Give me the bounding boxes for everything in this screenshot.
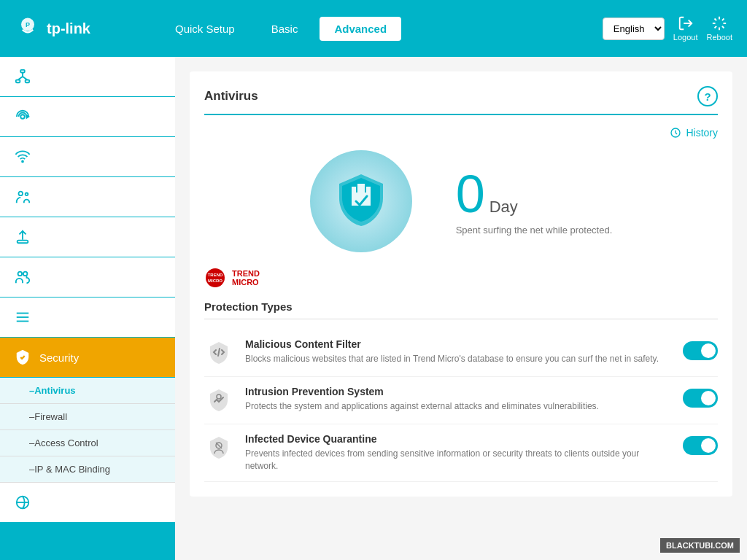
section-title: Protection Types xyxy=(204,300,718,319)
protection-item-quarantine: Infected Device Quarantine Prevents infe… xyxy=(204,424,718,482)
logo-area: P tp-link xyxy=(15,15,160,42)
svg-point-8 xyxy=(20,114,25,119)
ips-desc: Protects the system and applications aga… xyxy=(245,400,671,413)
tp-link-logo-icon: P xyxy=(15,15,41,42)
watermark: BLACKTUBI.COM xyxy=(660,538,740,553)
quarantine-info: Infected Device Quarantine Prevents infe… xyxy=(245,433,671,472)
trend-micro-icon: TREND MICRO xyxy=(204,267,226,289)
main-layout: Network Operation Mode Wireless Guest Ne… xyxy=(0,57,747,560)
sidebar-item-wireless[interactable]: Wireless xyxy=(0,137,175,176)
trend-micro-logo: TREND MICRO TREND MICRO xyxy=(204,267,718,289)
trend-text-2: MICRO xyxy=(232,278,260,287)
svg-point-13 xyxy=(23,272,27,276)
logo-text: tp-link xyxy=(47,20,90,37)
ips-info: Intrusion Prevention System Protects the… xyxy=(245,386,671,413)
reboot-button[interactable]: Reboot xyxy=(707,15,732,42)
sidebar-item-nat-forwarding[interactable]: NAT Forwarding xyxy=(0,483,175,522)
ips-icon xyxy=(204,386,233,415)
qos-icon xyxy=(15,309,31,325)
operation-mode-icon xyxy=(15,109,31,125)
page-title: Antivirus xyxy=(204,89,258,104)
svg-line-6 xyxy=(18,77,23,80)
malicious-filter-toggle[interactable] xyxy=(683,341,718,360)
sidebar-item-usb-sharing[interactable]: USB Sharing xyxy=(0,217,175,257)
shield-area: 0 Day Spent surfing the net while protec… xyxy=(204,150,718,252)
svg-rect-20 xyxy=(357,184,365,192)
header: P tp-link Quick Setup Basic Advanced Eng… xyxy=(0,0,747,57)
sidebar-item-security[interactable]: Security xyxy=(0,338,175,377)
malicious-filter-name: Malicious Content Filter xyxy=(245,338,671,350)
antivirus-card: Antivirus ? History xyxy=(190,71,732,497)
guest-network-icon xyxy=(15,189,31,205)
svg-point-11 xyxy=(26,193,28,196)
wireless-icon xyxy=(15,149,31,165)
sidebar-item-guest-network[interactable]: Guest Network xyxy=(0,177,175,217)
svg-text:TREND: TREND xyxy=(208,273,223,277)
svg-rect-21 xyxy=(366,187,371,192)
day-counter: 0 Day Spent surfing the net while protec… xyxy=(456,168,613,236)
security-icon xyxy=(15,349,31,365)
tab-quick-setup[interactable]: Quick Setup xyxy=(160,17,249,41)
sidebar-sub-ip-mac-binding[interactable]: – IP & MAC Binding xyxy=(0,456,175,483)
malicious-filter-desc: Blocks malicious websites that are liste… xyxy=(245,353,671,365)
day-desc: Spent surfing the net while protected. xyxy=(456,225,613,236)
svg-text:P: P xyxy=(26,21,30,28)
trend-text-1: TREND xyxy=(232,269,260,278)
logout-button[interactable]: Logout xyxy=(673,15,698,42)
ips-toggle[interactable] xyxy=(683,389,718,408)
shield-circle xyxy=(310,150,412,252)
svg-rect-4 xyxy=(26,80,29,83)
usb-sharing-icon xyxy=(15,229,31,245)
language-select[interactable]: English xyxy=(603,18,665,40)
shield-icon-large xyxy=(332,171,390,232)
sidebar-item-operation-mode[interactable]: Operation Mode xyxy=(0,97,175,136)
protection-item-malicious: Malicious Content Filter Blocks maliciou… xyxy=(204,330,718,377)
history-row[interactable]: History xyxy=(204,127,718,139)
help-button[interactable]: ? xyxy=(697,86,718,106)
history-icon xyxy=(670,127,681,139)
sidebar-sub-firewall[interactable]: – Firewall xyxy=(0,404,175,430)
header-right: English Logout Reboot xyxy=(603,15,732,42)
sidebar: Network Operation Mode Wireless Guest Ne… xyxy=(0,57,175,560)
quarantine-toggle[interactable] xyxy=(683,436,718,455)
quarantine-icon xyxy=(204,433,233,462)
tab-advanced[interactable]: Advanced xyxy=(320,17,401,41)
svg-point-23 xyxy=(206,268,225,287)
content-area: Antivirus ? History xyxy=(175,57,747,560)
history-label: History xyxy=(686,127,718,139)
svg-rect-2 xyxy=(20,70,25,73)
sidebar-sub-antivirus[interactable]: – Antivirus xyxy=(0,378,175,404)
card-header: Antivirus ? xyxy=(204,86,718,115)
nat-forwarding-icon xyxy=(15,494,31,510)
malicious-filter-icon xyxy=(204,338,233,368)
network-icon xyxy=(15,69,31,85)
svg-point-10 xyxy=(19,192,23,196)
ips-name: Intrusion Prevention System xyxy=(245,386,671,397)
svg-text:MICRO: MICRO xyxy=(208,279,222,283)
quarantine-name: Infected Device Quarantine xyxy=(245,433,671,445)
day-number: 0 xyxy=(456,168,485,220)
malicious-filter-info: Malicious Content Filter Blocks maliciou… xyxy=(245,338,671,365)
sidebar-item-network[interactable]: Network xyxy=(0,57,175,96)
tab-basic[interactable]: Basic xyxy=(257,17,313,41)
sidebar-item-qos[interactable]: QoS xyxy=(0,298,175,337)
svg-point-12 xyxy=(18,272,22,276)
sidebar-item-parental-controls[interactable]: Parental Controls xyxy=(0,257,175,297)
svg-rect-19 xyxy=(352,187,356,192)
svg-line-7 xyxy=(23,77,27,80)
day-label: Day xyxy=(489,198,518,217)
svg-rect-3 xyxy=(16,80,20,83)
protection-item-ips: Intrusion Prevention System Protects the… xyxy=(204,377,718,424)
svg-point-9 xyxy=(22,161,23,163)
quarantine-desc: Prevents infected devices from sending s… xyxy=(245,448,671,472)
nav-tabs: Quick Setup Basic Advanced xyxy=(160,17,603,41)
parental-controls-icon xyxy=(15,269,31,285)
sidebar-sub-menu: – Antivirus – Firewall – Access Control … xyxy=(0,378,175,483)
sidebar-sub-access-control[interactable]: – Access Control xyxy=(0,430,175,456)
